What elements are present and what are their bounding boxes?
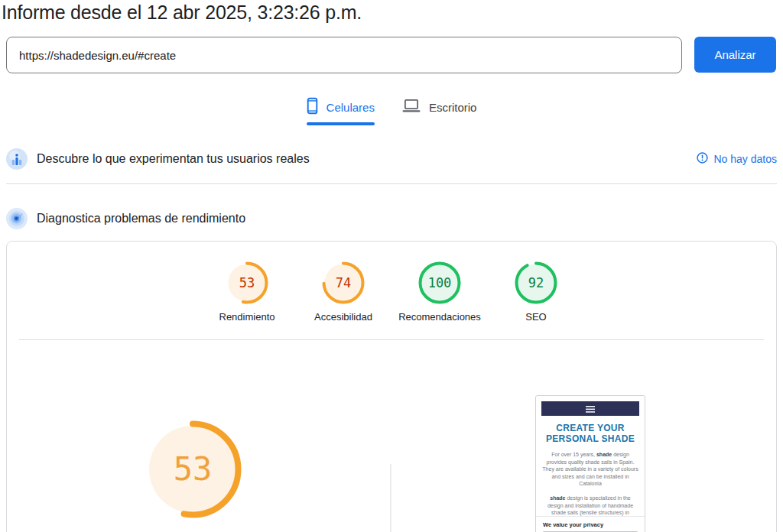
- svg-text:53: 53: [174, 450, 213, 488]
- score-recomendaciones[interactable]: 100 Recomendaciones: [392, 261, 488, 323]
- lab-data-title: Diagnostica problemas de rendimiento: [37, 212, 245, 225]
- score-ring: 53: [226, 261, 268, 304]
- report-title: Informe desde el 12 abr 2025, 3:23:26 p.…: [2, 2, 362, 24]
- device-tabs: Celulares Escritorio: [0, 97, 783, 125]
- field-data-title: Descubre lo que experimentan tus usuario…: [37, 152, 310, 166]
- score-seo[interactable]: 92 SEO: [488, 261, 584, 323]
- preview-heading: CREATE YOUR PERSONAL SHADE: [541, 423, 640, 444]
- score-accesibilidad[interactable]: 74 Accesibilidad: [295, 261, 392, 323]
- card-divider: [19, 339, 764, 340]
- tab-mobile-label: Celulares: [327, 101, 375, 114]
- score-label: Recomendaciones: [398, 311, 481, 323]
- url-input[interactable]: [6, 37, 682, 73]
- score-ring: 74: [322, 261, 365, 304]
- svg-text:100: 100: [428, 275, 452, 290]
- field-data-section-header[interactable]: Descubre lo que experimentan tus usuario…: [0, 142, 783, 176]
- performance-gauge: 53: [144, 420, 242, 518]
- analyze-button[interactable]: Analizar: [694, 37, 776, 73]
- svg-text:92: 92: [528, 275, 544, 290]
- metrics-divider: [390, 464, 392, 532]
- smartphone-icon: [307, 97, 318, 118]
- preview-navbar: [541, 401, 639, 416]
- svg-text:74: 74: [336, 275, 351, 290]
- lighthouse-report-card: 53 Rendimiento 74 Accesibilidad 100 R: [6, 241, 777, 532]
- cookie-banner: We value your privacy: [536, 516, 645, 532]
- laptop-icon: [402, 99, 421, 116]
- svg-text:53: 53: [239, 275, 255, 290]
- score-label: SEO: [525, 311, 546, 323]
- category-scores: 53 Rendimiento 74 Accesibilidad 100 R: [7, 261, 776, 323]
- score-ring: 100: [418, 261, 461, 304]
- bar-chart-icon: [6, 148, 28, 170]
- section-divider: [6, 183, 777, 184]
- tab-desktop[interactable]: Escritorio: [402, 97, 477, 125]
- score-ring: 92: [515, 261, 557, 304]
- tab-mobile[interactable]: Celulares: [307, 97, 375, 125]
- no-data-label: No hay datos: [714, 153, 778, 165]
- tab-desktop-label: Escritorio: [429, 101, 477, 114]
- gauge-radar-icon: [6, 208, 28, 229]
- cookie-banner-title: We value your privacy: [543, 521, 638, 528]
- score-label: Accesibilidad: [314, 311, 372, 323]
- page-screenshot-thumbnail[interactable]: CREATE YOUR PERSONAL SHADE For over 15 y…: [535, 395, 645, 532]
- active-tab-indicator: [307, 122, 375, 125]
- preview-paragraph-2: shade design is specialized in the desig…: [542, 495, 638, 517]
- hamburger-menu-icon: [586, 402, 595, 416]
- score-label: Rendimiento: [219, 311, 275, 323]
- lab-data-section-header[interactable]: Diagnostica problemas de rendimiento: [0, 202, 783, 235]
- no-data-link[interactable]: No hay datos: [697, 152, 778, 167]
- pagespeed-insights-report: Informe desde el 12 abr 2025, 3:23:26 p.…: [0, 0, 783, 532]
- score-rendimiento[interactable]: 53 Rendimiento: [199, 261, 295, 323]
- info-icon: [697, 152, 708, 167]
- preview-paragraph-1: For over 15 years, shade design provides…: [542, 451, 638, 488]
